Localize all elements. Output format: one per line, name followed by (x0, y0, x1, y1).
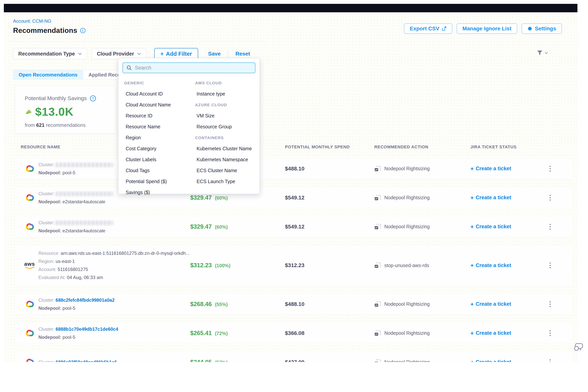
cluster-label: Cluster: (38, 326, 54, 332)
cluster-name[interactable] (56, 162, 113, 167)
recommended-action-label: Nodepool Rightsizing (384, 195, 430, 200)
recommended-action-label: Nodepool Rightsizing (384, 166, 430, 172)
filter-option[interactable]: Instance type (194, 88, 258, 99)
create-ticket-link[interactable]: + Create a ticket (470, 166, 511, 172)
export-csv-label: Export CSV (410, 26, 439, 32)
nodepool-rightsizing-icon (374, 301, 381, 307)
create-ticket-link[interactable]: + Create a ticket (470, 262, 511, 269)
filter-option[interactable]: Resource Name (123, 121, 190, 132)
create-ticket-link[interactable]: + Create a ticket (470, 301, 511, 308)
col-resource-name: RESOURCE NAME (21, 144, 60, 150)
nodepool-name: e2standar4autoscale (62, 199, 105, 204)
filter-option[interactable]: Kubernetes Namespace (194, 154, 258, 165)
create-ticket-link[interactable]: + Create a ticket (470, 330, 511, 336)
savings-percent: (60%) (215, 224, 228, 230)
filter-option[interactable]: VM Size (194, 110, 258, 121)
manage-ignore-list-label: Manage Ignore List (462, 26, 511, 32)
savings-percent: (55%) (215, 302, 228, 307)
filter-search-box[interactable] (122, 62, 256, 73)
recommendation-type-label: Recommendation Type (18, 51, 75, 57)
filter-option[interactable]: Resource ID (123, 110, 190, 121)
info-icon[interactable] (80, 28, 86, 34)
plus-icon: + (470, 194, 474, 201)
savings-value: $329.47 (190, 194, 212, 201)
cluster-name[interactable] (56, 192, 113, 196)
create-ticket-label: Create a ticket (476, 224, 511, 230)
monthly-savings-cell: $329.47 (60%) (190, 194, 228, 201)
table-row[interactable]: Cluster: 688c2fefc84fbdc99801a0a2 Nodepo… (15, 294, 573, 314)
filter-option[interactable]: ECS Cluster Name (194, 165, 258, 176)
filter-panel-toggle[interactable] (536, 50, 548, 56)
chat-widget-icon[interactable] (574, 342, 584, 352)
aws-icon: aws (24, 262, 35, 269)
nodepool-label: Nodepool: (38, 334, 61, 340)
filter-option[interactable]: Potential Spend ($) (123, 176, 190, 187)
cluster-name[interactable] (56, 220, 113, 225)
settings-button[interactable]: Settings (522, 24, 562, 34)
resource-line-label: Evaluated At: (38, 275, 66, 280)
nodepool-label: Nodepool: (38, 199, 61, 204)
row-menu-kebab-icon[interactable] (548, 193, 552, 202)
table-row[interactable]: Cluster: 6888b1c70e49db17c1de60c4 Nodepo… (15, 323, 573, 344)
savings-value: $268.46 (190, 301, 212, 308)
row-menu-kebab-icon[interactable] (548, 300, 552, 308)
external-link-icon (442, 26, 446, 31)
monthly-savings-cell: $265.41 (72%) (190, 330, 228, 337)
cluster-label: Cluster: (38, 220, 54, 225)
create-ticket-label: Create a ticket (476, 262, 511, 268)
save-filter-button[interactable]: Save (208, 51, 220, 57)
filter-option[interactable]: Cloud Tags (123, 165, 190, 176)
table-row[interactable]: Cluster: Nodepool: e2standar4autoscale $… (15, 187, 573, 208)
row-menu-kebab-icon[interactable] (548, 222, 552, 231)
table-row[interactable]: Cluster: Nodepool: e2standar4autoscale $… (15, 216, 573, 237)
tab-open-recommendations[interactable]: Open Recommendations (13, 70, 83, 79)
nodepool-label: Nodepool: (38, 170, 61, 175)
recommendations-count: 621 (36, 122, 44, 128)
resource-line-value: us-east-1 (56, 259, 75, 264)
row-menu-kebab-icon[interactable] (548, 164, 552, 173)
filter-option[interactable]: Cloud Account Name (123, 99, 190, 110)
reset-filter-button[interactable]: Reset (236, 51, 250, 57)
create-ticket-link[interactable]: + Create a ticket (470, 224, 511, 230)
filter-option[interactable]: Cluster Labels (123, 154, 190, 165)
add-filter-dropdown: GENERICCloud Account IDCloud Account Nam… (118, 58, 260, 194)
filter-option[interactable]: Savings ($) (123, 187, 190, 198)
filter-option[interactable]: Resource Group (194, 121, 258, 132)
row-menu-kebab-icon[interactable] (548, 261, 552, 270)
filter-option[interactable]: Kubernetes Cluster Name (194, 143, 258, 154)
cluster-label: Cluster: (38, 162, 54, 167)
monthly-savings-cell: $268.46 (55%) (190, 301, 228, 308)
cluster-name[interactable]: 688c2fefc84fbdc99801a0a2 (56, 298, 114, 303)
cloud-provider-dropdown[interactable]: Cloud Provider (92, 48, 146, 60)
cluster-name[interactable]: 6888b1c70e49db17c1de60c4 (56, 326, 118, 332)
filter-option[interactable]: Cost Category (123, 143, 190, 154)
filter-option[interactable]: Cloud Account ID (123, 88, 190, 99)
resource-line-label: Region: (38, 259, 54, 264)
resource-line-label: Account: (38, 267, 56, 272)
export-csv-button[interactable]: Export CSV (404, 24, 452, 34)
breadcrumb-account-link[interactable]: Account: CCM-NG (13, 18, 51, 24)
help-icon[interactable]: ? (90, 95, 96, 102)
page-title: Recommendations (13, 26, 77, 34)
viewport-cutoff (0, 362, 588, 392)
create-ticket-label: Create a ticket (476, 301, 511, 307)
plus-icon: + (470, 224, 474, 230)
manage-ignore-list-button[interactable]: Manage Ignore List (456, 24, 517, 34)
nodepool-name: pool-5 (62, 306, 75, 311)
filter-option[interactable]: Region (123, 132, 190, 143)
add-filter-button[interactable]: + Add Filter (154, 48, 198, 60)
svg-text:?: ? (92, 97, 94, 100)
nodepool-rightsizing-icon (374, 330, 381, 336)
create-ticket-label: Create a ticket (476, 195, 511, 200)
nodepool-rightsizing-icon (374, 224, 381, 230)
filter-option[interactable]: ECS Launch Type (194, 176, 258, 187)
table-row[interactable]: Cluster: Nodepool: pool-5 $488.10 Nodepo… (15, 158, 573, 179)
recommendation-type-dropdown[interactable]: Recommendation Type (13, 48, 87, 60)
nodepool-rightsizing-icon (374, 195, 381, 201)
resource-line-value: arn:aws:rds:us-east-1:511616801275:db:zn… (61, 250, 190, 256)
savings-value: $329.47 (190, 223, 212, 230)
filter-search-input[interactable] (135, 65, 252, 71)
row-menu-kebab-icon[interactable] (548, 329, 552, 338)
create-ticket-link[interactable]: + Create a ticket (470, 194, 511, 201)
table-row[interactable]: aws Resource: arn:aws:rds:us-east-1:5116… (15, 246, 573, 285)
